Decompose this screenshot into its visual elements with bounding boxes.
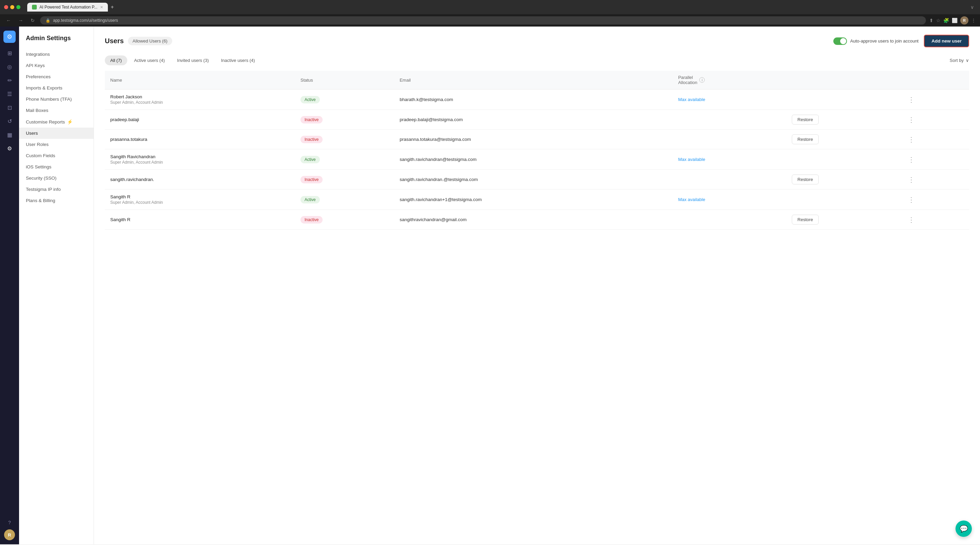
user-role-text: Super Admin, Account Admin [110, 100, 290, 105]
more-options-button[interactable]: ⋮ [905, 134, 917, 145]
sort-dropdown[interactable]: Sort by ∨ [950, 58, 969, 63]
rail-icon-settings[interactable]: ⚙ [3, 142, 16, 154]
app-logo[interactable]: ⚙ [3, 31, 16, 43]
more-options-button[interactable]: ⋮ [905, 195, 917, 205]
rail-icon-refresh[interactable]: ↺ [3, 115, 16, 127]
sidebar-item-integrations[interactable]: Integrations [19, 49, 94, 60]
filter-tab-all[interactable]: All (7) [105, 56, 127, 65]
max-available-text: Max available [678, 157, 705, 162]
rail-icon-list[interactable]: ☰ [3, 88, 16, 100]
cell-action [786, 149, 900, 170]
logo-icon: ⚙ [7, 33, 12, 40]
table-body: Robert JacksonSuper Admin, Account Admin… [105, 89, 969, 230]
cell-allocation [673, 170, 786, 189]
active-tab[interactable]: AI Powered Test Automation P... ✕ [27, 3, 108, 11]
sidebar-item-ios-settings[interactable]: iOS Settings [19, 161, 94, 173]
bookmark-icon[interactable]: ☆ [936, 18, 940, 23]
cell-more: ⋮ [900, 130, 969, 149]
cell-allocation [673, 110, 786, 130]
max-available-text: Max available [678, 97, 705, 102]
auto-approve-toggle[interactable] [833, 37, 847, 45]
help-icon[interactable]: ? [8, 520, 11, 525]
sidebar-item-users[interactable]: ➤ Users [19, 127, 94, 139]
back-button[interactable]: ← [4, 16, 13, 24]
cell-name: prasanna.totakura [105, 130, 295, 149]
lightning-badge: ⚡ [67, 119, 73, 124]
new-tab-btn[interactable]: + [108, 3, 116, 11]
filter-tab-inactive[interactable]: Inactive users (4) [215, 56, 260, 65]
sidebar-item-custom-fields[interactable]: Custom Fields [19, 150, 94, 161]
col-header-name: Name [105, 71, 295, 89]
restore-button[interactable]: Restore [792, 215, 819, 224]
sidebar-item-preferences[interactable]: Preferences [19, 71, 94, 82]
maximize-dot[interactable] [16, 5, 21, 9]
restore-button[interactable]: Restore [792, 114, 819, 124]
sidebar-item-imports-exports[interactable]: Imports & Exports [19, 82, 94, 94]
forward-button[interactable]: → [16, 16, 25, 24]
user-name-text: prasanna.totakura [110, 137, 290, 142]
chat-fab-button[interactable]: 💬 [956, 521, 972, 537]
cell-action [786, 189, 900, 210]
lock-icon: 🔒 [46, 18, 50, 23]
extensions-icon[interactable]: 🧩 [943, 18, 949, 23]
cell-name: pradeep.balaji [105, 110, 295, 130]
profile-avatar[interactable]: R [960, 16, 969, 24]
cell-status: Active [295, 89, 394, 110]
sidebar-item-testsigma-ip[interactable]: Testsigma IP info [19, 184, 94, 195]
sidebar-item-api-keys[interactable]: API Keys [19, 60, 94, 71]
address-bar: ← → ↻ 🔒 app.testsigma.com/ui/settings/us… [0, 14, 980, 27]
refresh-button[interactable]: ↻ [29, 16, 37, 24]
add-new-user-button[interactable]: Add new user [924, 35, 969, 47]
sidebar-item-user-roles[interactable]: User Roles [19, 139, 94, 150]
minimize-dot[interactable] [10, 5, 14, 9]
window-controls [4, 5, 21, 9]
cell-status: Inactive [295, 110, 394, 130]
cell-name: Sangith R [105, 210, 295, 230]
user-role-text: Super Admin, Account Admin [110, 160, 290, 165]
users-table: Name Status Email ParallelAllocation i R… [105, 71, 969, 230]
sidebar-item-security-sso[interactable]: Security (SSO) [19, 173, 94, 184]
rail-icon-edit[interactable]: ✏ [3, 74, 16, 86]
close-dot[interactable] [4, 5, 8, 9]
url-text: app.testsigma.com/ui/settings/users [53, 18, 118, 23]
cell-email: sangith.ravichandran@testsigma.com [394, 149, 672, 170]
cell-name: Sangith RavichandranSuper Admin, Account… [105, 149, 295, 170]
table-row: prasanna.totakuraInactiveprasanna.totaku… [105, 130, 969, 149]
auto-approve-label: Auto-approve users to join account [850, 38, 919, 43]
more-options-button[interactable]: ⋮ [905, 114, 917, 125]
status-badge: Inactive [301, 116, 323, 124]
allocation-info-icon[interactable]: i [699, 77, 705, 83]
rail-icon-grid[interactable]: ⊞ [3, 47, 16, 59]
restore-button[interactable]: Restore [792, 134, 819, 144]
user-avatar[interactable]: R [4, 529, 15, 540]
sidebar-item-mail-boxes[interactable]: Mail Boxes [19, 105, 94, 116]
restore-button[interactable]: Restore [792, 175, 819, 184]
sidebar-item-phone-numbers[interactable]: Phone Numbers (TFA) [19, 94, 94, 105]
share-icon[interactable]: ⬆ [929, 18, 933, 23]
filter-tab-invited[interactable]: Invited users (3) [172, 56, 214, 65]
more-options-button[interactable]: ⋮ [905, 175, 917, 185]
more-menu-icon[interactable]: ⋮ [971, 18, 976, 23]
url-bar[interactable]: 🔒 app.testsigma.com/ui/settings/users [40, 16, 926, 24]
auto-approve-toggle-area: Auto-approve users to join account [833, 37, 919, 45]
rail-icon-box[interactable]: ⊡ [3, 102, 16, 114]
filter-tab-active[interactable]: Active users (4) [129, 56, 170, 65]
tab-close-btn[interactable]: ✕ [100, 5, 103, 10]
window-dropdown[interactable]: ∨ [969, 3, 976, 11]
sidebar-item-customise-reports[interactable]: Customise Reports ⚡ [19, 116, 94, 127]
status-badge: Active [301, 96, 320, 103]
user-name-text: sangith.ravichandran. [110, 177, 290, 182]
more-options-button[interactable]: ⋮ [905, 154, 917, 165]
more-options-button[interactable]: ⋮ [905, 215, 917, 225]
table-header: Name Status Email ParallelAllocation i [105, 71, 969, 89]
cell-action [786, 89, 900, 110]
sort-chevron-icon: ∨ [966, 58, 969, 63]
more-options-button[interactable]: ⋮ [905, 95, 917, 105]
rail-icon-dashboard[interactable]: ◎ [3, 60, 16, 73]
cell-more: ⋮ [900, 189, 969, 210]
page-title: Users [105, 37, 124, 45]
sidebar-item-plans-billing[interactable]: Plans & Billing [19, 195, 94, 206]
cell-allocation [673, 130, 786, 149]
sidebar-toggle-icon[interactable]: ⬜ [952, 18, 958, 23]
rail-icon-apps[interactable]: ▦ [3, 129, 16, 141]
